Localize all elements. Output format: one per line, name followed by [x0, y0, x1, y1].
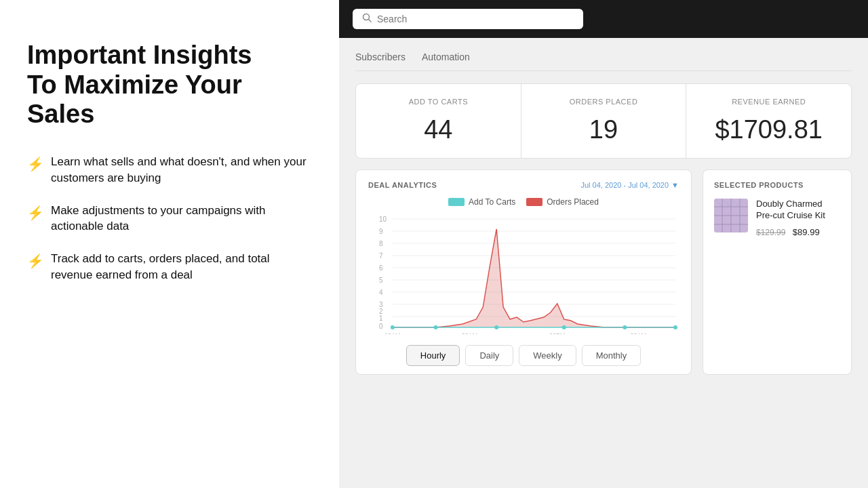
svg-line-1: [369, 20, 372, 22]
tab-subscribers[interactable]: Subscribers: [355, 52, 406, 70]
time-btn-monthly[interactable]: Monthly: [582, 345, 642, 366]
top-nav: [339, 0, 868, 38]
product-name: Doubly Charmed Pre-cut Cruise Kit: [756, 199, 840, 222]
chart-card: DEAL ANALYTICS Jul 04, 2020 - Jul 04, 20…: [355, 169, 692, 375]
stat-orders-placed-label: ORDERS PLACED: [540, 98, 667, 106]
svg-point-26: [494, 325, 498, 329]
svg-text:12AM: 12AM: [384, 332, 400, 334]
stat-revenue-earned-value: $1709.81: [705, 115, 832, 144]
search-input[interactable]: [377, 14, 574, 24]
svg-point-24: [391, 325, 395, 329]
date-range-selector[interactable]: Jul 04, 2020 - Jul 04, 2020 ▼: [580, 181, 679, 189]
stats-row: ADD TO CARTS 44 ORDERS PLACED 19 REVENUE…: [355, 83, 852, 159]
svg-text:06PM: 06PM: [549, 332, 565, 334]
product-info: Doubly Charmed Pre-cut Cruise Kit $129.9…: [756, 199, 840, 238]
bullet-text-2: Make adjustments to your campaigns with …: [51, 203, 312, 235]
bullet-text-1: Learn what sells and what doesn't, and w…: [51, 154, 312, 186]
svg-text:9: 9: [379, 228, 383, 235]
product-price-original: $129.99: [756, 228, 785, 237]
search-bar[interactable]: [353, 9, 583, 29]
products-title: SELECTED PRODUCTS: [714, 181, 840, 189]
svg-text:5: 5: [379, 277, 383, 284]
product-image: [714, 199, 748, 232]
svg-point-28: [623, 325, 627, 329]
stat-add-to-carts-label: ADD TO CARTS: [375, 98, 502, 106]
svg-text:0: 0: [379, 323, 383, 330]
right-panel: Subscribers Automation ADD TO CARTS 44 O…: [339, 0, 868, 488]
content-area: Subscribers Automation ADD TO CARTS 44 O…: [339, 38, 868, 488]
svg-text:03AM: 03AM: [631, 332, 646, 334]
legend-label-orders-placed: Orders Placed: [547, 197, 599, 207]
chart-header: DEAL ANALYTICS Jul 04, 2020 - Jul 04, 20…: [368, 181, 679, 189]
chart-svg: 10 9 8 7 6 5 4 3 2 1 0: [368, 212, 679, 334]
date-range-text: Jul 04, 2020 - Jul 04, 2020: [580, 181, 669, 189]
svg-text:6: 6: [379, 264, 383, 272]
stat-add-to-carts: ADD TO CARTS 44: [356, 84, 521, 158]
svg-point-27: [562, 325, 566, 329]
lightning-icon-3: ⚡: [27, 251, 44, 270]
legend-add-to-carts: Add To Carts: [448, 197, 515, 207]
stat-add-to-carts-value: 44: [375, 115, 502, 144]
time-buttons: Hourly Daily Weekly Monthly: [368, 337, 679, 374]
product-price-sale: $89.99: [793, 227, 820, 237]
svg-text:1: 1: [379, 314, 383, 322]
stat-orders-placed-value: 19: [540, 115, 667, 144]
bullet-1: ⚡ Learn what sells and what doesn't, and…: [27, 154, 312, 186]
stat-revenue-earned: REVENUE EARNED $1709.81: [686, 84, 851, 158]
headline-line2: To Maximize Your Sales: [27, 70, 242, 129]
product-item: Doubly Charmed Pre-cut Cruise Kit $129.9…: [714, 199, 840, 238]
time-btn-hourly[interactable]: Hourly: [406, 345, 460, 366]
tab-automation[interactable]: Automation: [422, 52, 470, 70]
svg-point-29: [673, 325, 677, 329]
lightning-icon-2: ⚡: [27, 203, 44, 222]
bullet-3: ⚡ Track add to carts, orders placed, and…: [27, 251, 312, 283]
stat-revenue-earned-label: REVENUE EARNED: [705, 98, 832, 106]
stat-orders-placed: ORDERS PLACED 19: [521, 84, 687, 158]
headline-line1: Important Insights: [27, 41, 252, 69]
svg-marker-23: [393, 229, 675, 327]
chart-legend: Add To Carts Orders Placed: [368, 197, 679, 207]
search-icon: [362, 13, 372, 25]
lower-section: DEAL ANALYTICS Jul 04, 2020 - Jul 04, 20…: [355, 169, 852, 375]
left-panel: Important Insights To Maximize Your Sale…: [0, 0, 339, 488]
legend-color-teal: [448, 198, 465, 206]
legend-color-red: [526, 198, 542, 206]
legend-orders-placed: Orders Placed: [526, 197, 599, 207]
svg-text:8: 8: [379, 240, 383, 247]
bullet-2: ⚡ Make adjustments to your campaigns wit…: [27, 203, 312, 235]
bullet-text-3: Track add to carts, orders placed, and t…: [51, 251, 312, 283]
svg-text:7: 7: [379, 252, 383, 260]
chart-svg-container: 10 9 8 7 6 5 4 3 2 1 0: [368, 212, 679, 337]
svg-text:09AM: 09AM: [462, 332, 477, 334]
chart-title: DEAL ANALYTICS: [368, 181, 437, 189]
time-btn-weekly[interactable]: Weekly: [519, 345, 576, 366]
tabs-bar: Subscribers Automation: [355, 52, 852, 71]
svg-point-25: [434, 325, 438, 329]
lightning-icon-1: ⚡: [27, 155, 44, 174]
legend-label-add-to-carts: Add To Carts: [469, 197, 515, 207]
svg-text:10: 10: [379, 216, 387, 223]
products-card: SELECTED PRODUCTS: [703, 169, 852, 375]
svg-text:4: 4: [379, 289, 383, 296]
headline: Important Insights To Maximize Your Sale…: [27, 41, 312, 129]
chevron-down-icon: ▼: [671, 181, 679, 189]
time-btn-daily[interactable]: Daily: [465, 345, 513, 366]
